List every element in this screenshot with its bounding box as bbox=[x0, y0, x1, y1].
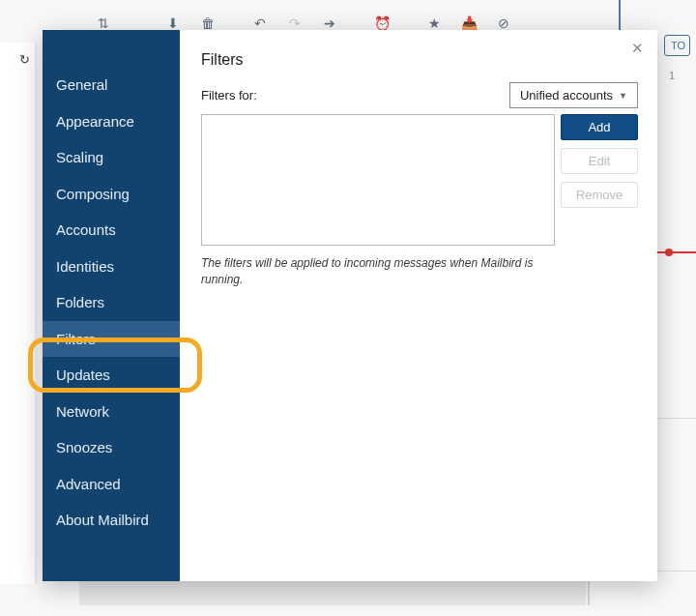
settings-sidebar: General Appearance Scaling Composing Acc… bbox=[43, 30, 180, 581]
sidebar-item-label: Folders bbox=[56, 294, 104, 310]
reply-icon: ↶ bbox=[253, 15, 267, 31]
block-icon: ⊘ bbox=[497, 15, 510, 31]
sidebar-item-label: Network bbox=[56, 403, 109, 420]
sidebar-item-label: About Mailbird bbox=[56, 512, 149, 528]
sidebar-item-composing[interactable]: Composing bbox=[43, 176, 180, 213]
sidebar-item-identities[interactable]: Identities bbox=[43, 249, 180, 285]
sidebar-item-advanced[interactable]: Advanced bbox=[43, 466, 180, 503]
snooze-icon: ⏰ bbox=[375, 15, 389, 31]
filters-for-label: Filters for: bbox=[201, 88, 257, 103]
bg-left-rail bbox=[0, 43, 35, 584]
sidebar-item-label: Scaling bbox=[56, 149, 103, 165]
refresh-icon: ↻ bbox=[19, 52, 30, 67]
sidebar-item-label: Advanced bbox=[56, 476, 121, 492]
reply-all-icon: ↷ bbox=[288, 15, 302, 31]
sidebar-item-filters[interactable]: Filters bbox=[43, 321, 180, 358]
bg-bottom-panel bbox=[79, 580, 586, 605]
sidebar-item-folders[interactable]: Folders bbox=[43, 284, 180, 321]
settings-modal: General Appearance Scaling Composing Acc… bbox=[43, 30, 657, 581]
sidebar-item-about[interactable]: About Mailbird bbox=[43, 502, 180, 539]
sidebar-item-label: Updates bbox=[56, 367, 110, 383]
sidebar-item-label: Snoozes bbox=[56, 439, 112, 455]
close-icon: ✕ bbox=[631, 40, 644, 56]
sort-icon: ⇅ bbox=[97, 15, 110, 31]
sidebar-item-label: Appearance bbox=[56, 113, 134, 130]
chevron-down-icon: ▼ bbox=[619, 91, 627, 101]
settings-content: ✕ Filters Filters for: Unified accounts … bbox=[180, 30, 657, 581]
account-dropdown[interactable]: Unified accounts ▼ bbox=[509, 82, 638, 108]
sidebar-item-accounts[interactable]: Accounts bbox=[43, 212, 180, 249]
remove-button: Remove bbox=[561, 182, 638, 208]
archive-icon: 📥 bbox=[462, 15, 476, 31]
close-button[interactable]: ✕ bbox=[631, 40, 644, 57]
add-button[interactable]: Add bbox=[561, 114, 638, 140]
bg-day-number: 1 bbox=[669, 70, 675, 81]
filters-listbox[interactable] bbox=[201, 114, 555, 246]
sidebar-item-label: Filters bbox=[56, 331, 96, 347]
star-icon: ★ bbox=[427, 15, 441, 31]
panel-title: Filters bbox=[201, 51, 638, 69]
sidebar-item-scaling[interactable]: Scaling bbox=[43, 139, 180, 176]
forward-icon: ➔ bbox=[323, 15, 336, 31]
sidebar-item-snoozes[interactable]: Snoozes bbox=[43, 429, 180, 466]
sidebar-item-updates[interactable]: Updates bbox=[43, 357, 180, 394]
edit-button: Edit bbox=[561, 148, 638, 174]
sidebar-item-appearance[interactable]: Appearance bbox=[43, 103, 180, 140]
sidebar-item-general[interactable]: General bbox=[43, 67, 180, 103]
today-button: TO bbox=[664, 35, 690, 56]
sidebar-item-label: Composing bbox=[56, 186, 130, 202]
sidebar-item-label: General bbox=[56, 76, 107, 93]
sidebar-item-label: Accounts bbox=[56, 221, 116, 238]
sidebar-item-network[interactable]: Network bbox=[43, 394, 180, 430]
sidebar-item-label: Identities bbox=[56, 258, 114, 275]
bg-bottom-divider bbox=[588, 580, 590, 605]
download-icon: ⬇ bbox=[166, 15, 180, 31]
dropdown-selected-label: Unified accounts bbox=[520, 88, 613, 103]
bg-toolbar: ⇅ ⬇ 🗑 ↶ ↷ ➔ ⏰ ★ 📥 ⊘ bbox=[97, 15, 510, 31]
filters-help-text: The filters will be applied to incoming … bbox=[201, 255, 559, 288]
delete-icon: 🗑 bbox=[201, 15, 215, 31]
